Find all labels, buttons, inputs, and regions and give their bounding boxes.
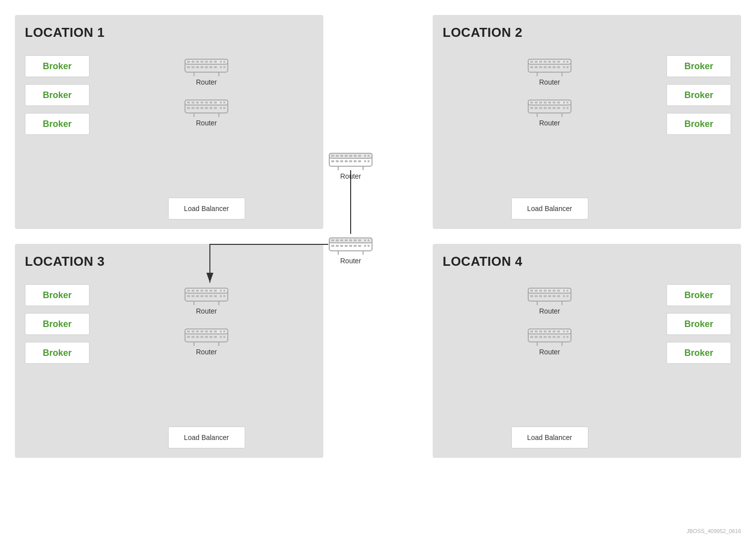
svg-rect-162 xyxy=(557,330,560,332)
svg-rect-4 xyxy=(196,61,199,63)
loc1-router-1-item: Router xyxy=(184,55,229,86)
svg-rect-187 xyxy=(331,160,334,162)
svg-rect-12 xyxy=(191,66,194,68)
svg-rect-3 xyxy=(191,61,194,63)
svg-rect-134 xyxy=(530,290,533,292)
svg-rect-91 xyxy=(191,290,194,292)
svg-rect-6 xyxy=(205,61,208,63)
svg-rect-183 xyxy=(354,155,357,157)
svg-rect-10 xyxy=(223,61,225,63)
loc3-load-balancer-label: Load Balancer xyxy=(184,433,229,441)
location-1-box: LOCATION 1 Broker Broker Broker xyxy=(15,15,323,229)
svg-rect-93 xyxy=(200,290,203,292)
svg-rect-150 xyxy=(563,295,565,297)
loc3-broker-1: Broker xyxy=(25,284,90,306)
svg-rect-200 xyxy=(331,239,334,241)
svg-rect-217 xyxy=(368,245,370,247)
svg-rect-161 xyxy=(553,330,556,332)
location-4-title: LOCATION 4 xyxy=(443,254,731,269)
loc3-broker-3: Broker xyxy=(25,342,90,364)
svg-rect-145 xyxy=(539,295,542,297)
svg-rect-32 xyxy=(223,102,225,104)
loc1-broker-3: Broker xyxy=(25,113,90,135)
svg-rect-181 xyxy=(345,155,348,157)
loc1-router-2-label: Router xyxy=(196,119,217,127)
loc1-router-2-icon xyxy=(184,96,229,117)
svg-rect-104 xyxy=(209,295,212,297)
svg-rect-168 xyxy=(544,336,547,338)
svg-rect-206 xyxy=(358,239,361,241)
svg-rect-118 xyxy=(214,330,217,332)
loc3-router-2-label: Router xyxy=(196,348,217,356)
location-1-title: LOCATION 1 xyxy=(25,25,313,40)
svg-rect-101 xyxy=(196,295,199,297)
center-router-1-item: Router xyxy=(328,149,373,180)
svg-rect-106 xyxy=(220,295,222,297)
svg-rect-180 xyxy=(340,155,343,157)
svg-rect-123 xyxy=(196,336,199,338)
svg-rect-192 xyxy=(354,160,357,162)
svg-rect-189 xyxy=(340,160,343,162)
svg-rect-107 xyxy=(223,295,225,297)
svg-rect-59 xyxy=(548,66,551,68)
svg-rect-8 xyxy=(214,61,217,63)
svg-rect-33 xyxy=(187,107,190,109)
loc3-load-balancer: Load Balancer xyxy=(168,427,245,448)
loc2-broker-column: Broker Broker Broker xyxy=(666,50,731,219)
svg-rect-60 xyxy=(553,66,556,68)
svg-rect-210 xyxy=(336,245,339,247)
svg-rect-78 xyxy=(535,107,538,109)
svg-rect-203 xyxy=(345,239,348,241)
svg-rect-185 xyxy=(364,155,366,157)
svg-rect-216 xyxy=(364,245,366,247)
svg-rect-99 xyxy=(187,295,190,297)
loc2-broker-2: Broker xyxy=(666,84,731,106)
svg-rect-25 xyxy=(191,102,194,104)
svg-rect-62 xyxy=(563,66,565,68)
svg-rect-73 xyxy=(553,102,556,104)
loc1-broker-2-label: Broker xyxy=(43,90,72,101)
svg-rect-85 xyxy=(567,107,568,109)
svg-rect-121 xyxy=(187,336,190,338)
svg-rect-191 xyxy=(349,160,352,162)
loc4-router-2-item: Router xyxy=(527,325,572,356)
svg-rect-97 xyxy=(220,290,222,292)
svg-rect-215 xyxy=(358,245,361,247)
location-3-box: LOCATION 3 Broker Broker Broker xyxy=(15,244,323,458)
svg-rect-147 xyxy=(548,295,551,297)
svg-rect-188 xyxy=(336,160,339,162)
svg-rect-95 xyxy=(209,290,212,292)
svg-rect-72 xyxy=(548,102,551,104)
svg-rect-37 xyxy=(205,107,208,109)
loc4-broker-2-label: Broker xyxy=(684,319,713,329)
loc4-router-1-item: Router xyxy=(527,284,572,315)
svg-rect-141 xyxy=(563,290,565,292)
svg-rect-16 xyxy=(209,66,212,68)
loc2-broker-2-label: Broker xyxy=(684,90,713,101)
svg-rect-55 xyxy=(530,66,533,68)
svg-rect-184 xyxy=(358,155,361,157)
loc2-load-balancer: Load Balancer xyxy=(511,198,588,219)
svg-rect-178 xyxy=(331,155,334,157)
svg-rect-201 xyxy=(336,239,339,241)
svg-rect-170 xyxy=(553,336,556,338)
svg-rect-30 xyxy=(214,102,217,104)
svg-rect-146 xyxy=(544,295,547,297)
svg-rect-172 xyxy=(563,336,565,338)
svg-rect-2 xyxy=(187,61,190,63)
svg-rect-40 xyxy=(220,107,222,109)
svg-rect-213 xyxy=(349,245,352,247)
loc1-load-balancer: Load Balancer xyxy=(168,198,245,219)
svg-rect-83 xyxy=(557,107,560,109)
svg-rect-74 xyxy=(557,102,560,104)
svg-rect-164 xyxy=(567,330,568,332)
svg-rect-24 xyxy=(187,102,190,104)
loc4-broker-1: Broker xyxy=(666,284,731,306)
svg-rect-17 xyxy=(214,66,217,68)
svg-rect-15 xyxy=(205,66,208,68)
svg-rect-204 xyxy=(349,239,352,241)
loc1-router-column: Router xyxy=(99,50,313,219)
svg-rect-157 xyxy=(535,330,538,332)
svg-rect-112 xyxy=(187,330,190,332)
svg-rect-26 xyxy=(196,102,199,104)
